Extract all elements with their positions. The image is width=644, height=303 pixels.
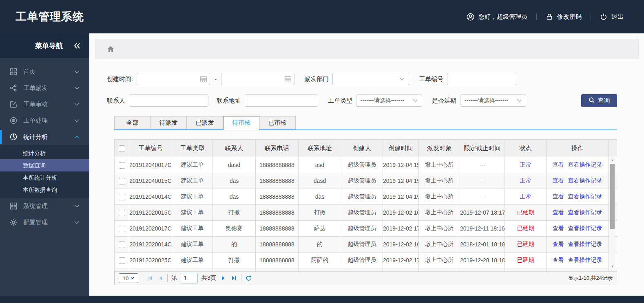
delay-select[interactable]: -------请选择------- bbox=[460, 94, 526, 107]
contact-input[interactable] bbox=[129, 94, 208, 107]
scrollbar-thumb[interactable] bbox=[610, 164, 615, 229]
row-checkbox[interactable] bbox=[119, 226, 125, 232]
logout-button[interactable]: 退出 bbox=[591, 13, 633, 21]
refresh-button[interactable] bbox=[245, 275, 252, 282]
cell-type: 建议工单 bbox=[172, 173, 213, 189]
next-page-button[interactable] bbox=[220, 275, 227, 282]
cell-phone: 18888888888 bbox=[256, 173, 299, 189]
prev-page-button[interactable] bbox=[157, 275, 164, 282]
home-icon[interactable] bbox=[107, 45, 115, 53]
table-row-partial bbox=[115, 268, 617, 272]
collapse-sidebar-icon[interactable] bbox=[73, 43, 80, 49]
cell-actions: 查看查看操作记录 bbox=[547, 205, 609, 221]
view-link[interactable]: 查看 bbox=[553, 257, 564, 263]
cell-empty bbox=[341, 268, 383, 272]
filter-panel: 创建时间: - 派发部门 bbox=[107, 73, 617, 116]
tab-3[interactable]: 待审核 bbox=[223, 116, 259, 130]
cell-creator: 超级管理员 bbox=[341, 173, 383, 189]
row-checkbox[interactable] bbox=[119, 178, 125, 184]
order-no-label: 工单编号 bbox=[419, 75, 443, 83]
main-content: 创建时间: - 派发部门 bbox=[89, 33, 644, 296]
first-page-button[interactable] bbox=[146, 275, 153, 282]
column-header: 派发对象 bbox=[419, 140, 460, 157]
cell-status: 已延期 bbox=[505, 221, 547, 237]
scroll-down-icon[interactable]: ▼ bbox=[609, 264, 615, 269]
cell-contact: 打撒 bbox=[213, 205, 256, 221]
view-link[interactable]: 查看 bbox=[553, 177, 564, 184]
view-log-link[interactable]: 查看操作记录 bbox=[568, 257, 602, 263]
calendar-icon[interactable] bbox=[200, 75, 207, 83]
view-link[interactable]: 查看 bbox=[553, 193, 564, 200]
view-link[interactable]: 查看 bbox=[553, 225, 564, 231]
cell-contact: das bbox=[213, 173, 256, 189]
sidebar-item-home[interactable]: 首页 bbox=[0, 64, 89, 80]
view-log-link[interactable]: 查看操作记录 bbox=[568, 193, 602, 200]
page-number-input[interactable] bbox=[181, 273, 198, 283]
row-checkbox[interactable] bbox=[119, 257, 125, 264]
view-log-link[interactable]: 查看操作记录 bbox=[568, 161, 602, 168]
create-time-start-input[interactable] bbox=[137, 73, 210, 85]
sidebar-item-config[interactable]: 配置管理 bbox=[0, 214, 89, 231]
view-log-link[interactable]: 查看操作记录 bbox=[568, 241, 602, 247]
tab-4[interactable]: 已审核 bbox=[259, 116, 296, 130]
sidebar-subitem[interactable]: 本所统计分析 bbox=[0, 171, 89, 184]
page: 工单管理系统 您好，超级管理员 修改密码 退出 bbox=[0, 0, 644, 303]
view-log-link[interactable]: 查看操作记录 bbox=[568, 209, 602, 215]
view-log-link[interactable]: 查看操作记录 bbox=[568, 177, 602, 184]
sidebar-item-review[interactable]: 工单审核 bbox=[0, 96, 89, 112]
calendar-icon[interactable] bbox=[284, 75, 292, 83]
tab-0[interactable]: 全部 bbox=[114, 116, 150, 130]
view-log-link[interactable]: 查看操作记录 bbox=[568, 225, 602, 231]
change-password-button[interactable]: 修改密码 bbox=[537, 13, 591, 21]
column-header: 工单类型 bbox=[172, 140, 213, 157]
cell-target: 墩上中心所 bbox=[419, 221, 460, 237]
dispatch-dept-select[interactable] bbox=[332, 73, 409, 85]
sidebar-item-stats[interactable]: 统计分析 bbox=[0, 129, 89, 145]
cell-checkbox bbox=[115, 237, 129, 253]
topbar-right: 您好，超级管理员 修改密码 退出 bbox=[458, 13, 633, 21]
cell-type: 建议工单 bbox=[172, 253, 213, 268]
view-link[interactable]: 查看 bbox=[553, 241, 564, 247]
sidebar-subitem[interactable]: 数据查询 bbox=[0, 159, 89, 171]
cell-address: 的 bbox=[299, 237, 341, 253]
view-link[interactable]: 查看 bbox=[553, 161, 564, 168]
select-all-checkbox[interactable] bbox=[119, 145, 125, 152]
cell-empty bbox=[129, 268, 172, 272]
chevron-down-icon bbox=[74, 86, 80, 90]
order-type-select[interactable]: -------请选择------- bbox=[356, 94, 422, 107]
row-checkbox[interactable] bbox=[119, 194, 125, 200]
cell-empty bbox=[419, 268, 460, 272]
sidebar-item-label: 配置管理 bbox=[23, 219, 74, 226]
sidebar-item-system[interactable]: 系统管理 bbox=[0, 198, 89, 214]
create-time-start-field bbox=[137, 73, 210, 85]
cell-contact: 的 bbox=[213, 237, 256, 253]
tab-1[interactable]: 待派发 bbox=[150, 116, 187, 130]
sidebar-subitem[interactable]: 本所数据查询 bbox=[0, 184, 89, 196]
order-no-input[interactable] bbox=[447, 73, 516, 85]
scroll-up-icon[interactable]: ▲ bbox=[609, 158, 615, 163]
cell-address: dasd bbox=[299, 173, 341, 189]
vertical-scrollbar[interactable]: ▲ ▼ bbox=[609, 157, 615, 270]
status-badge: 正常 bbox=[520, 193, 531, 200]
row-checkbox[interactable] bbox=[119, 242, 125, 248]
view-link[interactable]: 查看 bbox=[553, 209, 564, 215]
column-header: 创建人 bbox=[341, 140, 383, 157]
sidebar-item-dispatch[interactable]: 工单派发 bbox=[0, 80, 89, 96]
last-page-button[interactable] bbox=[230, 275, 237, 282]
edit-icon bbox=[10, 101, 18, 108]
sidebar-subitem[interactable]: 统计分析 bbox=[0, 147, 89, 159]
column-header: 工单编号 bbox=[129, 140, 172, 157]
page-size-select[interactable]: 10 bbox=[119, 273, 138, 283]
page-prefix: 第 bbox=[171, 274, 177, 282]
sidebar-item-process[interactable]: 工单处理 bbox=[0, 112, 89, 129]
cell-order_no: 201912020025C bbox=[129, 253, 172, 268]
cell-created: 2019-12-04 15 bbox=[383, 189, 419, 205]
tab-2[interactable]: 已派发 bbox=[187, 116, 223, 130]
create-time-end-input[interactable] bbox=[221, 73, 294, 85]
search-button[interactable]: 查询 bbox=[581, 94, 617, 107]
address-input[interactable] bbox=[245, 94, 318, 107]
divider bbox=[142, 274, 142, 282]
row-checkbox[interactable] bbox=[119, 162, 125, 169]
greeting-text: 您好，超级管理员 bbox=[478, 13, 527, 21]
row-checkbox[interactable] bbox=[119, 210, 125, 216]
